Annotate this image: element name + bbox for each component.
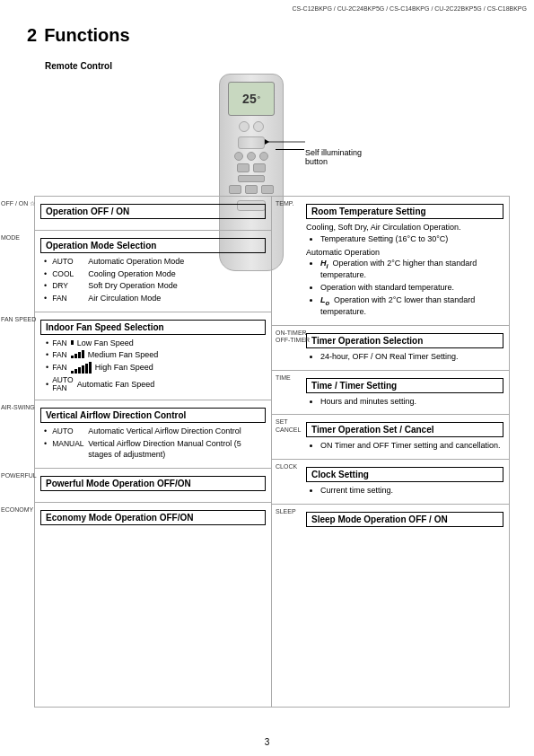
timer-op-list: 24-hour, OFF / ON Real Timer Setting. — [306, 352, 503, 363]
section-time: TIME Time / Timer Setting Hours and minu… — [272, 371, 509, 416]
title-economy: Economy Mode Operation OFF/ON — [40, 510, 266, 525]
left-column: OFF / ON ☆ Operation OFF / ON MODE Opera… — [35, 197, 272, 707]
section-economy: ECONOMY Economy Mode Operation OFF/ON — [35, 503, 271, 536]
auto-hi: Hi Operation with 2°C higher than standa… — [320, 259, 503, 281]
label-mode: MODE — [1, 234, 20, 241]
model-header: CS-C12BKPG / CU-2C24BKP5G / CS-C14BKPG /… — [293, 5, 527, 12]
title-airswing: Vertical Airflow Direction Control — [40, 408, 266, 423]
section-timer-setcancel: SETCANCEL Timer Operation Set / Cancel O… — [272, 415, 509, 460]
section-airswing: AIR-SWING Vertical Airflow Direction Con… — [35, 400, 271, 468]
label-sleep: SLEEP — [276, 508, 296, 514]
section-timer-op: ON-TIMEROFF-TIMER Timer Operation Select… — [272, 326, 509, 371]
time-list: Hours and minutes setting. — [306, 397, 503, 408]
section-temp: TEMP. Room Temperature Setting Cooling, … — [272, 197, 509, 326]
mode-item-dry: • DRY Soft Dry Operation Mode — [44, 281, 266, 292]
title-powerful: Powerful Mode Operation OFF/ON — [40, 476, 266, 491]
clock-list: Current time setting. — [306, 486, 503, 497]
main-content-box: OFF / ON ☆ Operation OFF / ON MODE Opera… — [34, 196, 510, 708]
mode-item-fan: • FAN Air Circulation Mode — [44, 294, 266, 304]
section-operation-mode: MODE Operation Mode Selection • AUTO Aut… — [35, 231, 271, 312]
label-airswing: AIR-SWING — [1, 404, 35, 410]
fan-medium: • FAN Medium Fan Speed — [46, 350, 266, 359]
title-time: Time / Timer Setting — [306, 378, 503, 393]
label-timer-op: ON-TIMEROFF-TIMER — [276, 330, 310, 345]
right-column: TEMP. Room Temperature Setting Cooling, … — [272, 197, 509, 707]
title-temp: Room Temperature Setting — [306, 204, 503, 219]
fan-auto: • AUTOFAN Automatic Fan Speed — [46, 376, 266, 393]
label-setcancel: SETCANCEL — [276, 418, 301, 434]
section-powerful: POWERFUL Powerful Mode Operation OFF/ON — [35, 469, 271, 503]
label-onoff: OFF / ON ☆ — [1, 200, 35, 207]
title-mode: Operation Mode Selection — [40, 238, 266, 253]
section-title: Functions — [44, 25, 130, 46]
section-clock: CLOCK Clock Setting Current time setting… — [272, 460, 509, 505]
remote-screen: 25 ° — [228, 82, 275, 116]
clock-desc: Current time setting. — [320, 486, 503, 497]
title-setcancel: Timer Operation Set / Cancel — [306, 422, 503, 437]
airswing-auto: • AUTO Automatic Vertical Airflow Direct… — [44, 426, 266, 437]
section-number: 2 — [27, 25, 37, 46]
page-number: 3 — [265, 737, 270, 747]
remote-control-label: Remote Control — [45, 61, 112, 71]
temp-list: Temperature Setting (16°C to 30°C) — [306, 234, 503, 245]
temp-desc: Cooling, Soft Dry, Air Circulation Opera… — [306, 223, 503, 232]
label-time: TIME — [276, 374, 291, 381]
setcancel-desc: ON Timer and OFF Timer setting and cance… — [320, 441, 503, 452]
section-operation-onoff: OFF / ON ☆ Operation OFF / ON — [35, 197, 271, 231]
timer-op-desc: 24-hour, OFF / ON Real Timer Setting. — [320, 352, 503, 363]
label-clock: CLOCK — [276, 463, 297, 470]
title-sleep: Sleep Mode Operation OFF / ON — [306, 512, 503, 527]
temp-range: Temperature Setting (16°C to 30°C) — [320, 234, 503, 245]
auto-op-list: Hi Operation with 2°C higher than standa… — [306, 259, 503, 318]
auto-std: Operation with standard temperature. — [320, 283, 503, 294]
title-clock: Clock Setting — [306, 467, 503, 482]
label-powerful: POWERFUL — [1, 472, 37, 479]
auto-lo: Lo Operation with 2°C lower than standar… — [320, 295, 503, 318]
title-timer-op: Timer Operation Selection — [306, 333, 503, 348]
self-illuminating-label: Self illuminatingbutton — [305, 148, 362, 166]
setcancel-list: ON Timer and OFF Timer setting and cance… — [306, 441, 503, 452]
fan-high: • FAN High Fan Speed — [46, 362, 266, 374]
mode-item-auto: • AUTO Automatic Operation Mode — [44, 257, 266, 268]
fan-low: • FAN Low Fan Speed — [46, 338, 266, 347]
mode-list: • AUTO Automatic Operation Mode • COOL C… — [40, 257, 266, 304]
time-desc: Hours and minutes setting. — [320, 397, 503, 408]
airswing-list: • AUTO Automatic Vertical Airflow Direct… — [40, 426, 266, 460]
section-sleep: SLEEP Sleep Mode Operation OFF / ON — [272, 505, 509, 538]
label-temp: TEMP. — [276, 200, 294, 207]
label-economy: ECONOMY — [1, 506, 33, 513]
airswing-manual: • MANUAL Vertical Airflow Direction Manu… — [44, 439, 266, 460]
title-onoff: Operation OFF / ON — [40, 204, 266, 219]
auto-op-title: Automatic Operation — [306, 248, 503, 257]
label-fan-speed: FAN SPEED — [1, 316, 36, 322]
self-illuminating-line — [276, 149, 304, 150]
section-fan-speed: FAN SPEED Indoor Fan Speed Selection • F… — [35, 312, 271, 401]
title-fan-speed: Indoor Fan Speed Selection — [40, 320, 266, 335]
mode-item-cool: • COOL Cooling Operation Mode — [44, 269, 266, 280]
